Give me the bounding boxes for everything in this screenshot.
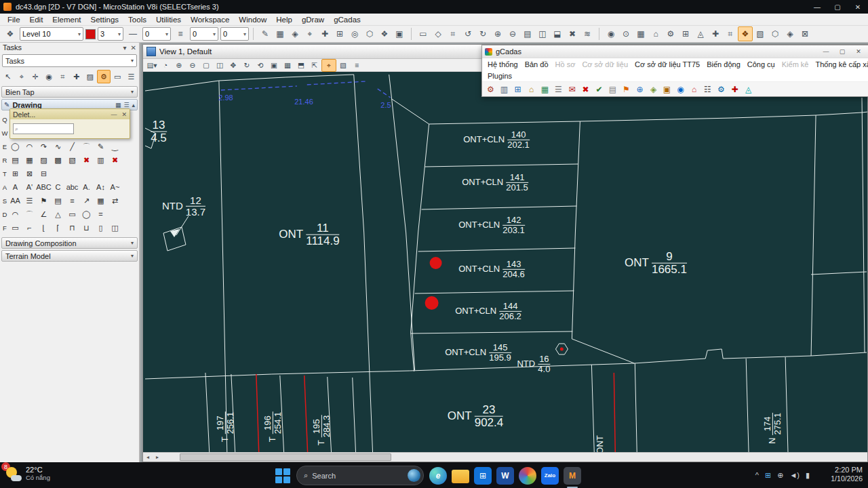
drawing-tool-icon[interactable]: ⊞ [8,167,22,181]
menu-item[interactable]: gCadas [329,16,366,24]
drawing-tool-icon[interactable]: A' [22,180,37,195]
view-tool-icon[interactable]: ⌖ [321,59,336,72]
toolbar-icon[interactable]: ❖ [738,26,753,41]
window-control-button[interactable]: — [818,48,833,55]
active-level-combo[interactable]: Level 10▾ [20,27,83,41]
drawing-tool-icon[interactable]: ✖ [79,153,94,167]
drawing-tool-icon[interactable]: ▦ [22,153,37,167]
menu-item[interactable]: Element [47,16,85,24]
section-terrain-model[interactable]: Terrain Model▾ [1,250,138,262]
battery-icon[interactable]: ▮ [806,471,810,480]
line-weight-combo[interactable]: 0▾ [190,27,218,41]
attributes-lock-icon[interactable]: ❖ [3,26,18,41]
drawing-tool-icon[interactable]: ▭ [8,221,22,235]
window-control-button[interactable]: ✕ [848,0,868,14]
toolbar-icon[interactable]: ◉ [604,26,618,41]
menu-item[interactable]: Window [234,16,271,24]
active-class-combo[interactable]: 0▾ [220,27,249,41]
gcadas-tool-icon[interactable]: ▥ [498,83,511,96]
drawing-tool-icon[interactable]: △ [51,207,65,222]
active-color-combo[interactable]: 3▾ [98,27,123,41]
gcadas-tool-icon[interactable]: ▣ [660,83,673,96]
gcadas-menu-item[interactable]: Hồ sơ [552,60,579,68]
gcadas-menu-item[interactable]: Hệ thống [484,60,521,68]
dialog-control-button[interactable]: — [111,111,117,118]
gcadas-tool-icon[interactable]: ⊕ [633,83,646,96]
map-canvas[interactable]: ONT+CLN 140202.1 ONT+CLN 141201.5 ONT+CL… [143,72,867,452]
gcadas-menu-item[interactable]: Bản đồ [521,60,552,68]
view-tool-icon[interactable]: ▣ [267,60,281,71]
view-tool-icon[interactable]: ⟲ [254,60,267,71]
drawing-tool-icon[interactable]: ▤ [8,153,22,167]
drawing-tool-icon[interactable]: ⇄ [108,194,122,208]
toolbar-icon[interactable]: ⌗ [446,26,460,41]
gcadas-tool-icon[interactable]: ◉ [674,83,687,96]
gcadas-tool-icon[interactable]: ✔ [593,83,606,96]
drawing-tool-icon[interactable]: ▦ [94,194,108,208]
drawing-tool-icon[interactable]: ⊔ [79,221,94,235]
drawing-tool-icon[interactable]: A~ [108,180,122,195]
word-icon[interactable]: W [496,467,514,485]
view-tool-icon[interactable]: ✥ [226,60,240,71]
toolbar-icon[interactable]: ⚙ [663,26,678,41]
toolbar-icon[interactable]: ✚ [708,26,723,41]
tasks-dropdown[interactable]: Tasks▾ [2,54,137,67]
toolbar-icon[interactable]: ⊞ [332,26,347,41]
gcadas-tool-icon[interactable]: ⚑ [620,83,633,96]
start-button[interactable] [275,468,291,484]
gcadas-tool-icon[interactable]: ◈ [647,83,660,96]
window-control-button[interactable]: ✕ [851,48,866,55]
window-control-button[interactable]: — [807,0,827,14]
drawing-tool-icon[interactable]: ◠ [22,140,37,154]
toolbar-icon[interactable]: ⌖ [302,26,317,41]
drawing-view-icon[interactable]: ▦ [115,102,121,108]
active-color-swatch[interactable] [85,29,96,39]
gcadas-tool-icon[interactable]: ✉ [566,83,578,96]
quick-tool-icon[interactable]: ✚ [70,70,83,83]
toolbar-icon[interactable]: ◬ [693,26,708,41]
line-style-combo[interactable]: 0▾ [142,27,171,41]
view-tool-icon[interactable]: ⊕ [172,60,186,71]
view-tool-icon[interactable]: ▢ [199,60,213,71]
drawing-tool-icon[interactable]: ▤ [51,194,65,208]
view-horizontal-scrollbar[interactable]: ◂ ▸ [143,452,867,462]
drawing-tool-icon[interactable]: A. [79,180,94,195]
drawing-tool-icon[interactable]: ∠ [37,207,51,222]
toolbar-icon[interactable]: ↺ [460,26,475,41]
view-tool-icon[interactable]: ◫ [213,60,226,71]
quick-tool-icon[interactable]: ↖ [1,70,14,83]
gcadas-tool-icon[interactable]: ▤ [606,83,619,96]
toolbar-icon[interactable]: ◇ [431,26,446,41]
drawing-tool-icon[interactable]: ▥ [94,153,108,167]
quick-tool-icon[interactable]: ☰ [125,70,138,83]
drawing-tool-icon[interactable]: ◯ [79,207,94,222]
toolbar-icon[interactable]: ≋ [580,26,595,41]
toolbar-icon[interactable]: ✖ [565,26,580,41]
drawing-tool-icon[interactable]: ⊟ [37,167,51,181]
gcadas-tool-icon[interactable]: ✖ [579,83,592,96]
scroll-left-icon[interactable]: ◂ [143,454,153,460]
toolbar-icon[interactable]: ⬡ [362,26,377,41]
gcadas-tool-icon[interactable]: ◬ [742,83,755,96]
menu-item[interactable]: gDraw [297,16,329,24]
gcadas-menu-item[interactable]: Cơ sở dữ liệu TT75 [631,60,703,68]
menu-item[interactable]: Workspace [186,16,234,24]
gcadas-tool-icon[interactable]: ⊞ [511,83,524,96]
quick-tool-icon[interactable]: ⌖ [15,70,28,83]
drawing-tool-icon[interactable]: ⌐ [22,221,37,235]
view-tool-icon[interactable]: ≡ [350,60,363,71]
scrollbar-thumb[interactable] [180,453,391,461]
drawing-tool-icon[interactable]: A↕ [94,180,108,195]
menu-item[interactable]: Help [271,16,297,24]
toolbar-icon[interactable]: ✚ [317,26,332,41]
toolbar-icon[interactable]: ↻ [475,26,490,41]
photos-icon[interactable] [519,467,536,485]
quick-tool-icon[interactable]: ⚙ [97,70,110,83]
view-tool-icon[interactable]: ◔ [159,60,172,71]
drawing-tool-icon[interactable]: ⊓ [65,221,79,235]
drawing-tool-icon[interactable]: ‿ [108,140,122,154]
drawing-tool-icon[interactable]: AA [8,194,22,208]
drawing-tool-icon[interactable]: ⊠ [22,167,37,181]
zalo-icon[interactable]: Zalo [541,467,559,485]
toolbar-icon[interactable]: ⊕ [490,26,505,41]
